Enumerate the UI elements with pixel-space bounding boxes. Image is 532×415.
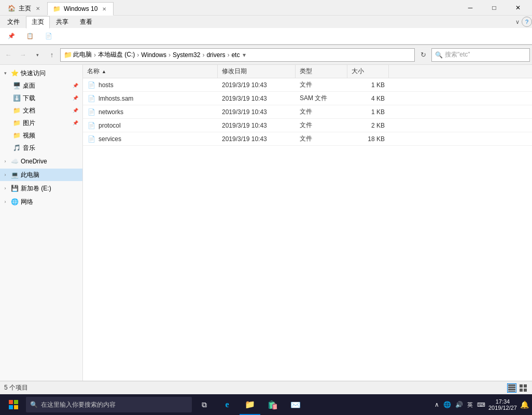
breadcrumb-part-3[interactable]: System32 — [173, 51, 200, 59]
col-header-name[interactable]: 名称 ▲ — [83, 65, 218, 78]
ribbon-tab-share[interactable]: 共享 — [51, 16, 74, 28]
search-icon: 🔍 — [435, 51, 443, 59]
sidebar-item-network[interactable]: › 🌐 网络 — [0, 196, 82, 208]
explorer-button[interactable]: 📁 — [240, 394, 260, 415]
cell-type-services: 文件 — [296, 132, 347, 145]
language-sys-icon[interactable]: 英 — [467, 401, 473, 409]
tab-home[interactable]: 🏠 主页 ✕ — [2, 2, 47, 15]
col-header-date[interactable]: 修改日期 — [218, 65, 296, 78]
file-name-networks: networks — [99, 108, 123, 116]
file-name-lmhosts: lmhosts.sam — [99, 95, 133, 102]
details-view-button[interactable] — [507, 383, 516, 393]
quick-access-section: ▾ ⭐ 快速访问 🖥️ 桌面 📌 ⬇️ 下载 📌 📁 文档 📌 📁 — [0, 67, 82, 154]
table-row[interactable]: 📄 networks 2019/3/19 10:43 文件 1 KB — [83, 105, 532, 119]
search-box[interactable]: 🔍 搜索"etc" — [431, 48, 530, 62]
svg-rect-5 — [524, 384, 527, 388]
this-pc-expander: › — [2, 172, 8, 178]
this-pc-icon: 💻 — [10, 171, 19, 179]
copy-button[interactable]: 📋 — [22, 29, 38, 44]
edge-button[interactable]: e — [217, 394, 237, 415]
documents-icon: 📁 — [12, 106, 21, 115]
cell-size-networks: 1 KB — [347, 105, 389, 118]
edge-icon: e — [225, 400, 229, 409]
pin-button[interactable]: 📌 — [3, 29, 20, 44]
tab-win10[interactable]: 📁 Windows 10 ✕ — [47, 2, 114, 16]
sidebar-item-pictures[interactable]: 📁 图片 📌 — [0, 117, 82, 129]
cell-size-hosts: 1 KB — [347, 78, 389, 91]
ribbon-collapse-icon[interactable]: ∨ — [515, 19, 520, 25]
sidebar-item-documents[interactable]: 📁 文档 📌 — [0, 104, 82, 117]
network-sys-icon[interactable]: 🌐 — [443, 401, 451, 408]
svg-rect-7 — [524, 389, 527, 392]
table-row[interactable]: 📄 protocol 2019/3/19 10:43 文件 2 KB — [83, 119, 532, 132]
downloads-label: 下载 — [23, 94, 71, 103]
ribbon-tab-file[interactable]: 文件 — [2, 16, 25, 28]
minimize-button[interactable]: ─ — [458, 0, 482, 16]
sidebar-item-this-pc[interactable]: › 💻 此电脑 — [0, 169, 82, 181]
refresh-button[interactable]: ↻ — [417, 49, 429, 61]
table-row[interactable]: 📄 hosts 2019/3/19 10:43 文件 1 KB — [83, 78, 532, 92]
ribbon-content: 📌 📋 📄 — [0, 28, 532, 45]
sidebar-item-new-volume[interactable]: › 💾 新加卷 (E:) — [0, 182, 82, 195]
taskbar: 🔍 在这里输入你要搜索的内容 ⧉ e 📁 🛍️ ✉️ ∧ 🌐 🔊 英 ⌨ 17:… — [0, 394, 532, 415]
taskbar-clock[interactable]: 17:34 2019/12/27 — [488, 398, 517, 411]
cell-date-lmhosts: 2019/3/19 10:43 — [218, 92, 296, 105]
col-header-type[interactable]: 类型 — [296, 65, 347, 78]
file-icon-hosts: 📄 — [87, 81, 95, 89]
maximize-button[interactable]: □ — [482, 0, 506, 16]
start-button[interactable] — [3, 394, 24, 415]
breadcrumb-part-2[interactable]: Windows — [141, 51, 166, 59]
pin-icon: 📌 — [8, 33, 15, 39]
sys-tray-chevron[interactable]: ∧ — [435, 401, 439, 408]
taskbar-search-icon: 🔍 — [30, 401, 38, 408]
cell-name-networks: 📄 networks — [83, 105, 218, 118]
file-list: 名称 ▲ 修改日期 类型 大小 📄 hosts 2019/3/19 10:43 … — [83, 65, 532, 381]
desktop-label: 桌面 — [23, 81, 71, 90]
sidebar-item-downloads[interactable]: ⬇️ 下载 📌 — [0, 92, 82, 104]
home-tab-close[interactable]: ✕ — [34, 5, 41, 12]
details-view-icon — [508, 384, 515, 392]
cell-size-protocol: 2 KB — [347, 119, 389, 132]
keyboard-sys-icon[interactable]: ⌨ — [477, 402, 485, 408]
mail-button[interactable]: ✉️ — [285, 394, 306, 415]
breadcrumb-part-1[interactable]: 本地磁盘 (C:) — [98, 50, 135, 59]
sidebar-item-music[interactable]: 🎵 音乐 — [0, 142, 82, 154]
store-button[interactable]: 🛍️ — [262, 394, 283, 415]
paste-button[interactable]: 📄 — [40, 29, 57, 44]
quick-access-label: 快速访问 — [21, 69, 78, 78]
breadcrumb-part-4[interactable]: drivers — [206, 51, 225, 59]
sidebar-item-desktop[interactable]: 🖥️ 桌面 📌 — [0, 79, 82, 92]
recent-button[interactable]: ▾ — [31, 49, 44, 61]
table-row[interactable]: 📄 services 2019/3/19 10:43 文件 18 KB — [83, 132, 532, 146]
cell-date-hosts: 2019/3/19 10:43 — [218, 78, 296, 91]
col-date-label: 修改日期 — [222, 67, 247, 76]
volume-sys-icon[interactable]: 🔊 — [455, 401, 463, 408]
ribbon-tab-view[interactable]: 查看 — [75, 16, 97, 28]
cell-type-hosts: 文件 — [296, 78, 347, 91]
address-breadcrumb[interactable]: 📁 此电脑 › 本地磁盘 (C:) › Windows › System32 ›… — [60, 48, 415, 62]
breadcrumb-part-5[interactable]: etc — [231, 51, 240, 59]
col-header-size[interactable]: 大小 — [347, 65, 389, 78]
up-button[interactable]: ↑ — [46, 49, 58, 61]
taskbar-search[interactable]: 🔍 在这里输入你要搜索的内容 — [26, 397, 192, 412]
sidebar-item-quick-access[interactable]: ▾ ⭐ 快速访问 — [0, 67, 82, 79]
onedrive-icon: ☁️ — [10, 157, 19, 165]
help-icon[interactable]: ? — [522, 17, 532, 27]
sidebar-item-videos[interactable]: 📁 视频 — [0, 129, 82, 142]
notification-button[interactable]: 🔔 — [520, 400, 529, 409]
ribbon-tabs: 文件 主页 共享 查看 ∨ ? — [0, 16, 532, 28]
close-button[interactable]: ✕ — [506, 0, 530, 16]
table-row[interactable]: 📄 lmhosts.sam 2019/3/19 10:43 SAM 文件 4 K… — [83, 92, 532, 105]
back-button[interactable]: ← — [2, 49, 15, 61]
win10-tab-close[interactable]: ✕ — [101, 5, 108, 12]
onedrive-section: › ☁️ OneDrive — [0, 155, 82, 168]
task-view-button[interactable]: ⧉ — [194, 394, 215, 415]
breadcrumb-part-0[interactable]: 此电脑 — [73, 50, 92, 59]
quick-access-expander: ▾ — [2, 70, 8, 76]
large-icons-view-button[interactable] — [519, 383, 528, 393]
title-tabs: 🏠 主页 ✕ 📁 Windows 10 ✕ — [2, 0, 114, 15]
ribbon-tab-home[interactable]: 主页 — [26, 16, 50, 29]
sidebar-item-onedrive[interactable]: › ☁️ OneDrive — [0, 155, 82, 168]
this-pc-section: › 💻 此电脑 — [0, 169, 82, 181]
forward-button[interactable]: → — [17, 49, 29, 61]
